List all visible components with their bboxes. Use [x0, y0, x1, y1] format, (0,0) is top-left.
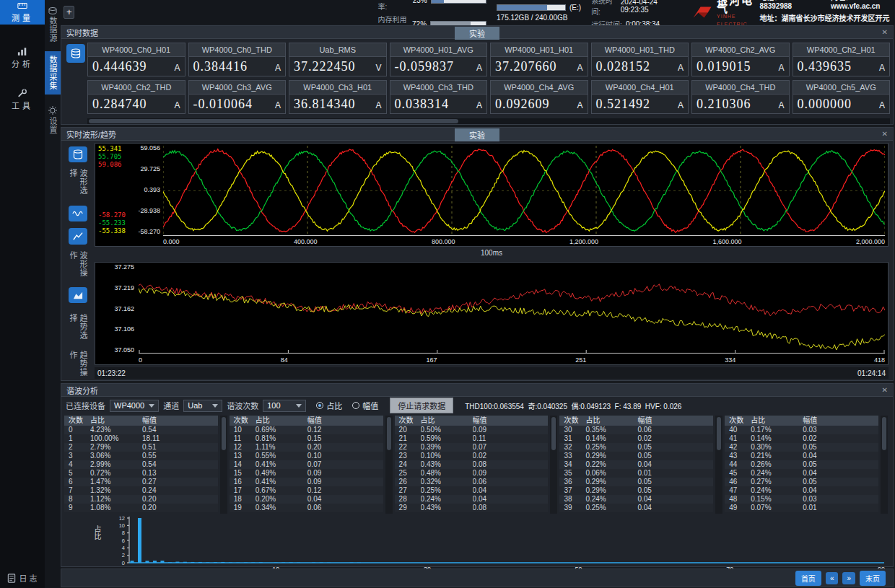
harmonic-row[interactable]: 350.06%0.01 [559, 469, 713, 478]
measure-tile[interactable]: WP4000_H01_THD0.028152A [591, 43, 689, 76]
sine-wave-button[interactable] [69, 206, 87, 221]
harmonic-row[interactable]: 50.72%0.13 [64, 469, 218, 478]
harmonic-row[interactable]: 190.34%0.06 [230, 504, 383, 512]
trend-select-label[interactable]: 趋势选择 [68, 314, 88, 343]
harmonic-row[interactable]: 290.43%0.08 [395, 504, 549, 512]
measure-tile[interactable]: WP4000_Ch0_THD0.384416A [188, 43, 287, 76]
harmonic-row[interactable]: 370.29%0.05 [559, 486, 713, 495]
harmonic-row[interactable]: 33.06%0.55 [64, 452, 218, 460]
harmonic-row[interactable]: 300.35%0.06 [559, 426, 713, 434]
scrollbar-thumb[interactable] [551, 417, 556, 450]
prev-page-button[interactable]: « [826, 572, 839, 584]
measure-tile[interactable]: WP4000_Ch2_THD0.284740A [87, 80, 185, 114]
sidebar-item-measure[interactable]: 测量 [0, 0, 45, 25]
harmonic-row[interactable]: 110.81%0.15 [230, 434, 383, 443]
experiment-tab[interactable]: 实验 [455, 128, 499, 141]
harmonic-row[interactable]: 330.29%0.05 [559, 452, 713, 460]
harmonic-row[interactable]: 250.48%0.09 [395, 469, 549, 478]
last-page-button[interactable]: 末页 [860, 571, 886, 586]
next-page-button[interactable]: » [842, 572, 855, 584]
device-select[interactable]: WP4000 [110, 400, 159, 412]
experiment-tab[interactable]: 实验 [455, 27, 499, 40]
harmonic-row[interactable]: 340.22%0.04 [559, 460, 713, 469]
scrollbar-thumb[interactable] [387, 417, 391, 450]
measure-tile[interactable]: Uab_RMS37.222450V [289, 43, 387, 76]
trend-operate-label[interactable]: 趋势操作 [68, 351, 88, 380]
harmonic-row[interactable]: 320.25%0.05 [559, 443, 713, 452]
harmonic-row[interactable]: 71.32%0.24 [64, 486, 218, 495]
measure-tile[interactable]: WP4000_Ch4_THD0.210306A [691, 80, 790, 114]
harmonic-row[interactable]: 42.99%0.54 [64, 460, 218, 469]
rail-tab-datasource[interactable]: 数据源 [45, 3, 61, 47]
waveform-source-button[interactable] [69, 146, 87, 162]
harmonic-row[interactable]: 240.43%0.08 [395, 460, 549, 469]
harmonic-row[interactable]: 440.26%0.05 [725, 460, 878, 469]
rail-tab-acquisition[interactable]: 数据采集 [45, 51, 61, 95]
harmonic-row[interactable]: 210.59%0.11 [395, 434, 549, 443]
harmonic-row[interactable]: 150.49%0.09 [230, 469, 383, 478]
harmonic-row[interactable]: 270.25%0.04 [395, 486, 549, 495]
waveform-select-label[interactable]: 波形选择 [68, 169, 88, 198]
harmonic-row[interactable]: 170.67%0.12 [230, 486, 383, 495]
harmonic-row[interactable]: 61.47%0.27 [64, 478, 218, 486]
harmonic-row[interactable]: 220.39%0.07 [395, 443, 549, 452]
scrollbar-thumb[interactable] [717, 417, 721, 450]
scrollbar-thumb[interactable] [222, 417, 226, 450]
scrollbar-thumb[interactable] [89, 119, 458, 123]
add-tab-button[interactable]: + [64, 6, 74, 19]
radio-ratio[interactable]: 占比 [316, 400, 342, 411]
harmonic-row[interactable]: 04.23%0.54 [64, 426, 218, 434]
vertical-scrollbar[interactable] [550, 416, 557, 514]
vertical-scrollbar[interactable] [220, 416, 227, 514]
sidebar-item-analysis[interactable]: 分析 [0, 43, 45, 72]
sidebar-item-log[interactable]: 日 志 [0, 572, 45, 584]
measure-tile[interactable]: WP4000_Ch4_AVG0.092609A [490, 80, 588, 114]
harmonic-row[interactable]: 480.15%0.03 [725, 495, 878, 504]
trend-line-button[interactable] [69, 228, 87, 244]
measure-tile[interactable]: WP4000_Ch2_AVG0.019015A [691, 43, 790, 76]
measure-tile[interactable]: WP4000_Ch3_THD0.038314A [390, 80, 488, 114]
harmonic-row[interactable]: 130.55%0.10 [230, 452, 383, 460]
harmonic-row[interactable]: 180.20%0.04 [230, 495, 383, 504]
vertical-scrollbar[interactable] [385, 416, 393, 514]
vertical-scrollbar[interactable] [715, 416, 722, 514]
stop-request-button[interactable]: 停止请求数据 [390, 398, 453, 413]
data-list-button[interactable] [66, 44, 85, 63]
measure-tile[interactable]: WP4000_Ch5_AVG0.000000A [793, 80, 891, 114]
measure-tile[interactable]: WP4000_Ch2_H010.439635A [793, 43, 891, 76]
close-icon[interactable]: ✕ [882, 130, 888, 138]
scrollbar-thumb[interactable] [882, 417, 886, 450]
harmonic-row[interactable]: 380.24%0.04 [559, 495, 713, 504]
radio-amplitude[interactable]: 幅值 [352, 400, 378, 411]
harmonic-row[interactable]: 200.50%0.09 [395, 426, 549, 434]
harmonic-row[interactable]: 420.30%0.05 [725, 443, 878, 452]
harmonic-row[interactable]: 81.12%0.20 [64, 495, 218, 504]
harmonic-row[interactable]: 470.24%0.04 [725, 486, 878, 495]
measure-tile[interactable]: WP4000_Ch4_H010.521492A [591, 80, 689, 114]
waveform-operate-label[interactable]: 波形操作 [68, 251, 88, 281]
horizontal-scrollbar[interactable] [87, 118, 890, 124]
close-icon[interactable]: ✕ [882, 28, 888, 36]
close-icon[interactable]: ✕ [882, 386, 888, 394]
harmonic-row[interactable]: 1100.00%18.11 [64, 434, 218, 443]
harmonic-row[interactable]: 230.10%0.02 [395, 452, 549, 460]
harmonic-row[interactable]: 490.07%0.01 [725, 504, 878, 512]
harmonic-row[interactable]: 140.41%0.07 [230, 460, 383, 469]
harmonic-row[interactable]: 400.17%0.03 [725, 426, 878, 434]
measure-tile[interactable]: WP4000_H01_AVG-0.059837A [390, 43, 488, 76]
order-select[interactable]: 100 [263, 400, 306, 412]
harmonic-row[interactable]: 360.29%0.05 [559, 478, 713, 486]
sidebar-item-tools[interactable]: 工具 [0, 85, 45, 114]
rail-tab-settings[interactable]: 设置 [45, 102, 61, 139]
harmonic-row[interactable]: 430.21%0.04 [725, 452, 878, 460]
channel-select[interactable]: Uab [183, 400, 222, 412]
measure-tile[interactable]: WP4000_Ch0_H010.444639A [87, 43, 185, 76]
measure-tile[interactable]: WP4000_Ch3_H0136.814340A [289, 80, 387, 114]
measure-tile[interactable]: WP4000_H01_H0137.207660A [490, 43, 588, 76]
area-chart-button[interactable] [69, 287, 87, 303]
harmonic-row[interactable]: 280.24%0.04 [395, 495, 549, 504]
measure-tile[interactable]: WP4000_Ch3_AVG-0.010064A [188, 80, 287, 114]
harmonic-row[interactable]: 121.11%0.20 [230, 443, 383, 452]
vertical-scrollbar[interactable] [881, 416, 888, 514]
harmonic-row[interactable]: 460.27%0.05 [725, 478, 878, 486]
